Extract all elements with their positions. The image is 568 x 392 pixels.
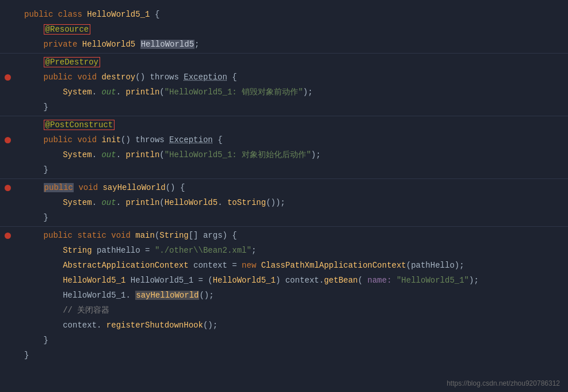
code-editor: public class HelloWorld5_1 { @Resource p… [0,0,568,392]
gutter-1 [3,7,12,22]
code-line-13: System. out. println(HelloWorld5. toStri… [0,195,568,210]
code-line-4: @PreDestroy [0,55,568,70]
breakpoint-9 [5,137,11,143]
gutter-9 [3,132,12,147]
code-line-1: public class HelloWorld5_1 { [0,7,568,22]
line-content-5: public void destroy() throws Exception { [17,70,237,85]
code-line-15: public static void main(String[] args) { [0,228,568,243]
line-content-22: } [17,333,48,348]
code-line-2: @Resource [0,22,568,37]
line-content-6: System. out. println("HelloWorld5_1: 销毁对… [17,85,312,100]
gutter-20 [3,303,12,318]
breakpoint-12 [5,185,11,191]
code-line-19: HelloWorld5_1. sayHelloWorld(); [0,288,568,303]
code-line-12: public void sayHelloWorld() { [0,180,568,195]
line-content-13: System. out. println(HelloWorld5. toStri… [17,195,285,210]
gutter-5 [3,70,12,85]
code-line-23: } [0,348,568,363]
line-content-19: HelloWorld5_1. sayHelloWorld(); [17,288,214,303]
gutter-17 [3,258,12,273]
gutter-18 [3,273,12,288]
line-content-11: } [17,162,48,177]
gutter-10 [3,147,12,162]
line-content-3: private HelloWorld5 HelloWorld5; [17,37,199,52]
line-content-9: public void init() throws Exception { [17,132,223,147]
line-content-7: } [17,100,48,115]
gutter-16 [3,243,12,258]
line-content-12: public void sayHelloWorld() { [17,180,185,195]
gutter-7 [3,100,12,115]
footer-url: https://blog.csdn.net/zhou920786312 [447,379,560,387]
code-line-14: } [0,210,568,225]
code-line-5: public void destroy() throws Exception { [0,70,568,85]
gutter-19 [3,288,12,303]
gutter-12 [3,180,12,195]
code-line-9: public void init() throws Exception { [0,132,568,147]
code-line-8: @PostConstruct [0,117,568,132]
code-line-11: } [0,162,568,177]
code-line-6: System. out. println("HelloWorld5_1: 销毁对… [0,85,568,100]
code-line-10: System. out. println("HelloWorld5_1: 对象初… [0,147,568,162]
gutter-6 [3,85,12,100]
code-line-16: String pathHello = "./other\\Bean2.xml"; [0,243,568,258]
code-line-18: HelloWorld5_1 HelloWorld5_1 = (HelloWorl… [0,273,568,288]
gutter-14 [3,210,12,225]
line-content-2: @Resource [17,22,90,37]
line-content-20: // 关闭容器 [17,303,109,318]
code-line-17: AbstractApplicationContext context = new… [0,258,568,273]
line-content-1: public class HelloWorld5_1 { [17,7,159,22]
gutter-15 [3,228,12,243]
code-line-21: context. registerShutdownHook(); [0,318,568,333]
gutter-11 [3,162,12,177]
gutter-13 [3,195,12,210]
code-line-7: } [0,100,568,115]
line-content-4: @PreDestroy [17,55,100,70]
line-content-16: String pathHello = "./other\\Bean2.xml"; [17,243,256,258]
code-line-3: private HelloWorld5 HelloWorld5; [0,37,568,52]
breakpoint-5 [5,74,11,81]
gutter-22 [3,333,12,348]
line-content-15: public static void main(String[] args) { [17,228,237,243]
gutter-3 [3,37,12,52]
gutter-23 [3,348,12,363]
line-content-23: } [17,348,29,363]
gutter-2 [3,22,12,37]
code-line-20: // 关闭容器 [0,303,568,318]
line-content-17: AbstractApplicationContext context = new… [17,258,464,273]
gutter-21 [3,318,12,333]
line-content-14: } [17,210,48,225]
breakpoint-15 [5,233,11,239]
line-content-18: HelloWorld5_1 HelloWorld5_1 = (HelloWorl… [17,273,479,288]
line-content-8: @PostConstruct [17,117,115,132]
gutter-8 [3,117,12,132]
code-line-22: } [0,333,568,348]
line-content-21: context. registerShutdownHook(); [17,318,218,333]
line-content-10: System. out. println("HelloWorld5_1: 对象初… [17,147,321,162]
gutter-4 [3,55,12,70]
